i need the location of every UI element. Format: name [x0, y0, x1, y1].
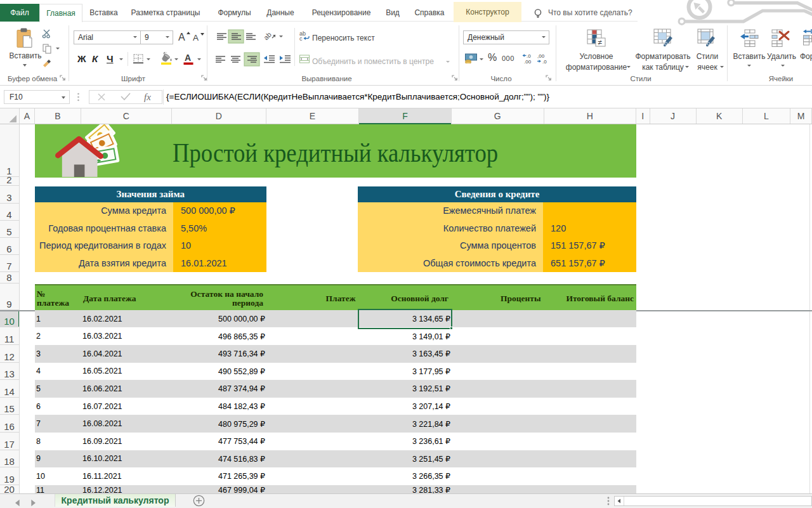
row-header-13[interactable]: 13: [0, 363, 19, 381]
horizontal-scrollbar[interactable]: [614, 496, 812, 506]
payment-payment-cell[interactable]: [266, 415, 359, 433]
payment-interest-cell[interactable]: [452, 345, 544, 363]
payment-interest-cell[interactable]: [452, 327, 544, 345]
payment-balance-cell[interactable]: 471 265,39 ₽: [172, 467, 267, 485]
credit-table-label[interactable]: Сумма процентов: [358, 237, 543, 255]
loan-table-label[interactable]: Период кредитования в годах: [35, 237, 173, 255]
tab-5[interactable]: Данные: [258, 4, 303, 22]
row-header-4[interactable]: 4: [0, 204, 19, 221]
payment-balance-cell[interactable]: 500 000,00 ₽: [172, 310, 267, 328]
align-middle-icon[interactable]: [231, 32, 241, 41]
font-color-icon[interactable]: А: [183, 52, 194, 65]
payment-number-cell[interactable]: 4: [35, 363, 81, 381]
payment-total-cell[interactable]: [544, 363, 637, 381]
copy-icon[interactable]: [43, 44, 52, 54]
orientation-icon[interactable]: ab: [265, 30, 276, 41]
payment-number-cell[interactable]: 11: [35, 485, 81, 493]
payment-principal-cell[interactable]: 3 221,84 ₽: [359, 415, 452, 433]
row-header-2[interactable]: 2: [0, 177, 19, 186]
tell-me-search[interactable]: Что вы хотите сделать?: [548, 4, 632, 22]
payment-interest-cell[interactable]: [452, 310, 544, 328]
payment-principal-cell[interactable]: 3 207,14 ₽: [359, 398, 452, 415]
format-cells-button[interactable]: Фор: [800, 52, 812, 61]
payment-date-cell[interactable]: 16.06.2021: [81, 380, 172, 398]
formula-input[interactable]: {=ЕСЛИОШИБКА(ЕСЛИ(КредитНеВыплачивается*…: [166, 90, 549, 104]
payment-payment-cell[interactable]: [266, 467, 359, 485]
shrink-font-icon[interactable]: A: [192, 32, 204, 42]
payment-principal-cell[interactable]: 3 251,45 ₽: [359, 450, 452, 468]
cell-styles-dropdown-icon[interactable]: [720, 66, 724, 68]
payment-number-cell[interactable]: 8: [35, 433, 81, 450]
column-header-E[interactable]: E: [266, 108, 359, 124]
row-header-9[interactable]: 9: [0, 284, 19, 310]
underline-button[interactable]: Ч: [107, 53, 114, 64]
column-header-G[interactable]: G: [452, 108, 544, 124]
tab-file[interactable]: Файл: [0, 4, 39, 22]
sheet-next-icon[interactable]: [29, 499, 37, 507]
payment-interest-cell[interactable]: [452, 363, 544, 381]
payment-date-cell[interactable]: 16.03.2021: [81, 327, 172, 345]
payment-date-cell[interactable]: 16.09.2021: [81, 433, 172, 450]
payment-total-cell[interactable]: [544, 380, 637, 398]
payment-principal-cell[interactable]: 3 163,45 ₽: [359, 345, 452, 363]
credit-table-label[interactable]: Количество платежей: [358, 219, 543, 237]
payment-interest-cell[interactable]: [452, 467, 544, 485]
payment-date-cell[interactable]: 16.04.2021: [81, 345, 172, 363]
row-header-10[interactable]: 10: [0, 310, 19, 328]
credit-table-label[interactable]: Общая стоимость кредита: [358, 254, 543, 272]
row-header-20[interactable]: 20: [0, 485, 19, 493]
cell-styles-button[interactable]: Стилиячеек: [688, 52, 726, 72]
payment-col-header-0[interactable]: №платежа: [35, 287, 81, 311]
row-header-3[interactable]: 3: [0, 186, 19, 204]
payment-balance-cell[interactable]: 493 716,34 ₽: [172, 345, 267, 363]
payment-interest-cell[interactable]: [452, 398, 544, 415]
payment-col-header-5[interactable]: Проценты: [452, 287, 544, 311]
payment-payment-cell[interactable]: [266, 485, 359, 493]
column-header-I[interactable]: I: [636, 108, 650, 124]
loan-table-value[interactable]: 5,50%: [173, 219, 266, 237]
payment-date-cell[interactable]: 16.02.2021: [81, 310, 172, 328]
payment-total-cell[interactable]: [544, 345, 637, 363]
payment-number-cell[interactable]: 2: [35, 327, 81, 345]
payment-number-cell[interactable]: 10: [35, 467, 81, 485]
credit-table-label[interactable]: Ежемесячный платеж: [358, 202, 543, 220]
payment-date-cell[interactable]: 16.08.2021: [81, 415, 172, 433]
row-header-18[interactable]: 18: [0, 450, 19, 468]
column-header-K[interactable]: K: [697, 108, 743, 124]
font-size-select[interactable]: 9: [140, 30, 173, 44]
font-name-select[interactable]: Arial: [74, 30, 141, 44]
align-bottom-icon[interactable]: [246, 32, 256, 41]
format-painter-icon[interactable]: [42, 58, 52, 68]
loan-table-header[interactable]: Значения займа: [35, 186, 266, 202]
tab-2[interactable]: Вставка: [82, 4, 125, 22]
payment-payment-cell[interactable]: [266, 450, 359, 468]
payment-date-cell[interactable]: 16.07.2021: [81, 398, 172, 415]
column-header-H[interactable]: H: [544, 108, 637, 124]
payment-interest-cell[interactable]: [452, 433, 544, 450]
payment-principal-cell[interactable]: 3 266,35 ₽: [359, 467, 452, 485]
loan-table-value[interactable]: 500 000,00 ₽: [173, 202, 266, 220]
font-dialog-launcher[interactable]: [201, 75, 207, 81]
payment-col-header-2[interactable]: Остаток на началопериода: [172, 287, 267, 311]
column-header-A[interactable]: A: [20, 108, 35, 124]
payment-principal-cell[interactable]: 3 281,33 ₽: [359, 485, 452, 493]
payment-col-header-4[interactable]: Основной долг: [359, 287, 452, 311]
underline-dropdown-icon[interactable]: [119, 58, 123, 60]
row-header-16[interactable]: 16: [0, 415, 19, 433]
format-as-table-button[interactable]: Форматироватькак таблицу: [631, 52, 695, 72]
fill-color-icon[interactable]: [160, 52, 173, 65]
delete-cells-button[interactable]: Удалить: [765, 52, 798, 61]
credit-table-value[interactable]: 151 157,67 ₽: [543, 237, 636, 255]
column-header-L[interactable]: L: [743, 108, 790, 124]
tab-7[interactable]: Вид: [379, 4, 406, 22]
align-center-icon[interactable]: [230, 55, 240, 63]
align-right-icon[interactable]: [247, 55, 257, 63]
comma-style-button[interactable]: 000: [502, 55, 514, 62]
column-header-B[interactable]: B: [35, 108, 81, 124]
align-top-icon[interactable]: [216, 32, 226, 41]
formula-bar-grip[interactable]: [77, 93, 79, 101]
delete-cells-icon[interactable]: [771, 29, 793, 47]
payment-date-cell[interactable]: 16.05.2021: [81, 363, 172, 381]
payment-number-cell[interactable]: 9: [35, 450, 81, 468]
fill-color-dropdown-icon[interactable]: [174, 58, 178, 60]
